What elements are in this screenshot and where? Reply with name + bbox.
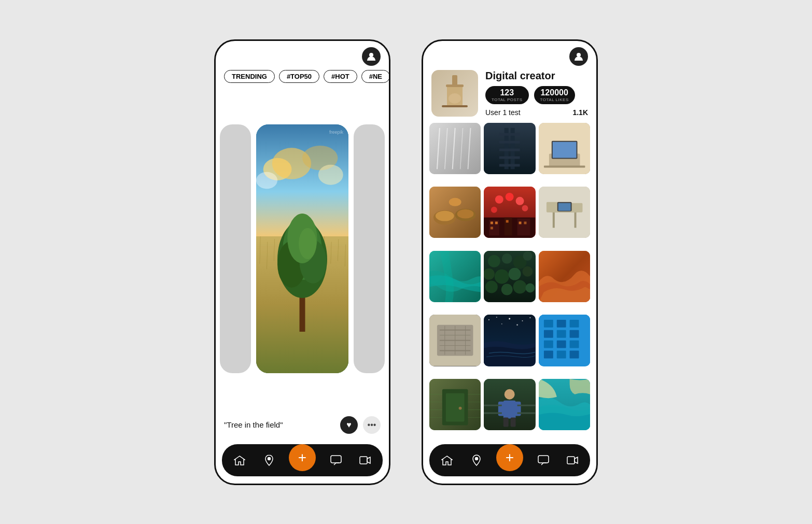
svg-rect-130 [556, 351, 566, 359]
svg-point-119 [501, 323, 502, 324]
svg-rect-74 [491, 222, 493, 224]
svg-rect-152 [503, 417, 509, 427]
right-nav-chat-icon[interactable] [534, 451, 553, 470]
card-image: freepik [256, 124, 348, 373]
svg-point-69 [522, 205, 528, 211]
user-followers: 1.1K [572, 108, 588, 117]
grid-item[interactable] [429, 251, 481, 302]
grid-item[interactable] [484, 187, 535, 238]
user-row: User 1 test 1.1K [485, 108, 588, 117]
nav-home-icon[interactable] [230, 451, 249, 470]
svg-rect-161 [538, 456, 549, 463]
svg-point-90 [488, 255, 500, 267]
grid-item[interactable] [429, 123, 481, 174]
grid-item[interactable] [539, 251, 590, 302]
right-nav-location-icon[interactable] [467, 451, 486, 470]
svg-point-117 [522, 320, 523, 321]
svg-point-100 [513, 280, 527, 293]
svg-point-0 [369, 53, 373, 57]
svg-rect-56 [544, 165, 585, 167]
avatar-icon[interactable] [362, 47, 381, 66]
grid-item[interactable] [484, 123, 535, 174]
heart-button[interactable]: ♥ [340, 416, 358, 434]
tag-trending[interactable]: TRENDING [224, 70, 275, 83]
nav-video-icon[interactable] [356, 451, 374, 470]
svg-point-98 [485, 280, 498, 293]
user-name: User 1 test [485, 108, 521, 117]
svg-rect-134 [569, 351, 579, 359]
grid-item[interactable] [484, 315, 535, 366]
grid-item[interactable] [484, 251, 535, 302]
svg-point-31 [577, 53, 581, 57]
svg-point-93 [523, 251, 533, 261]
svg-rect-82 [552, 213, 554, 228]
more-button[interactable]: ••• [363, 416, 381, 434]
svg-point-63 [449, 198, 461, 206]
svg-rect-73 [517, 219, 530, 236]
grid-item[interactable] [539, 379, 590, 430]
svg-rect-123 [544, 320, 553, 328]
left-topbar [216, 41, 389, 70]
stat-posts-number: 123 [500, 88, 514, 97]
svg-point-26 [299, 228, 316, 259]
right-phone: Digital creator 123 TOTAL POSTS 120000 T… [422, 39, 598, 485]
svg-rect-47 [499, 133, 520, 135]
svg-point-114 [488, 319, 489, 320]
tags-row: TRENDING #TOP50 #HOT #NE [216, 70, 389, 88]
svg-rect-75 [495, 222, 498, 224]
right-nav-home-icon[interactable] [438, 451, 456, 470]
svg-point-118 [530, 317, 531, 318]
svg-rect-77 [506, 220, 509, 223]
nav-chat-icon[interactable] [327, 451, 345, 470]
svg-point-94 [484, 268, 495, 279]
svg-rect-35 [442, 105, 468, 107]
card-caption-text: "Tree in the field" [224, 420, 283, 429]
svg-rect-55 [552, 141, 576, 158]
right-nav-add-button[interactable]: + [496, 444, 523, 471]
svg-rect-50 [499, 156, 520, 159]
svg-point-120 [516, 324, 518, 326]
grid-item[interactable] [429, 315, 481, 366]
grid-item[interactable] [539, 315, 590, 366]
profile-title: Digital creator [485, 70, 588, 82]
grid-item[interactable] [429, 379, 481, 430]
svg-point-91 [502, 253, 512, 264]
svg-rect-29 [331, 456, 341, 463]
svg-rect-149 [503, 401, 516, 419]
stat-posts-label: TOTAL POSTS [492, 97, 523, 102]
tag-hot[interactable]: #HOT [324, 70, 357, 83]
svg-point-148 [505, 389, 515, 400]
svg-rect-76 [491, 227, 493, 230]
right-nav-video-icon[interactable] [563, 451, 582, 470]
tag-top50[interactable]: #TOP50 [279, 70, 319, 83]
svg-point-67 [516, 197, 524, 205]
svg-point-68 [491, 207, 497, 213]
right-avatar-icon[interactable] [569, 47, 588, 66]
svg-rect-128 [556, 330, 566, 338]
svg-rect-156 [484, 412, 502, 414]
stat-likes-label: TOTAL LIKES [540, 97, 569, 102]
grid-item[interactable] [539, 123, 590, 174]
card-main: freepik [256, 124, 348, 373]
card-side-right [354, 124, 385, 373]
svg-point-96 [509, 267, 521, 280]
stats-row: 123 TOTAL POSTS 120000 TOTAL LIKES [485, 86, 588, 104]
left-phone: TRENDING #TOP50 #HOT #NE [214, 39, 390, 485]
svg-point-99 [501, 284, 513, 295]
nav-add-button[interactable]: + [289, 444, 316, 471]
svg-point-116 [509, 318, 511, 320]
right-bottom-nav: + [429, 444, 590, 476]
grid-item[interactable] [539, 187, 590, 238]
card-side-left [220, 124, 251, 373]
svg-point-101 [526, 283, 535, 292]
card-caption-area: "Tree in the field" ♥ ••• [216, 410, 389, 440]
svg-rect-153 [511, 417, 516, 427]
grid-item[interactable] [484, 379, 535, 430]
left-bottom-nav: + [222, 444, 383, 476]
nav-location-icon[interactable] [260, 451, 278, 470]
svg-point-65 [495, 195, 503, 204]
svg-marker-27 [234, 456, 245, 465]
grid-item[interactable] [429, 187, 481, 238]
svg-rect-157 [517, 412, 536, 414]
tag-ne[interactable]: #NE [361, 70, 389, 83]
